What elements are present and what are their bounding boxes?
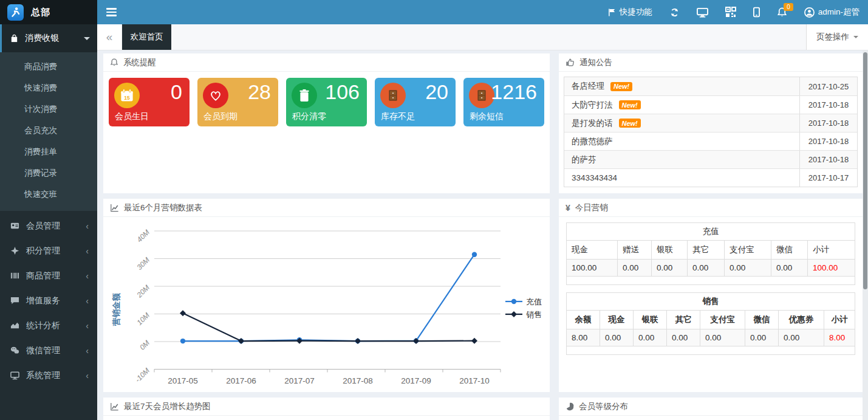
sidebar-item-cashier[interactable]: 消费收银 [0,24,97,52]
refresh-button[interactable] [661,0,688,24]
stat-label: 会员生日 [115,111,149,122]
marketing-chart: -10M0M10M20M30M40M2017-052017-062017-072… [103,217,550,392]
legend-item: 充值 [505,297,542,306]
chevron-left-icon: ‹ [86,271,89,281]
sidebar-item-goods[interactable]: 商品管理 ‹ [0,263,97,288]
notice-row[interactable]: 是打发的话New! 2017-10-18 [564,114,857,132]
double-chevron-left-icon: « [106,30,113,44]
cell-value: 0.00 [745,329,779,346]
submenu-item-count-consume[interactable]: 计次消费 [0,98,97,120]
marketing-chart-svg: -10M0M10M20M30M40M2017-052017-062017-072… [106,218,542,390]
submenu-item-member-recharge-times[interactable]: 会员充次 [0,120,97,141]
tab-operations-label: 页签操作 [816,32,849,43]
sidebar-item-points[interactable]: 积分管理 ‹ [0,238,97,263]
col-header: 微信 [745,311,779,329]
panel-header: 最近7天会员增长趋势图 [103,398,550,416]
cell-value: 0.00 [667,329,700,346]
notice-row[interactable]: 各店经理New! 2017-10-25 [564,77,857,95]
desktop-icon [10,371,19,380]
app-logo[interactable]: 总部 [0,0,97,24]
stat-label: 积分清零 [292,111,326,122]
submenu-item-consume-records[interactable]: 消费记录 [0,162,97,184]
panel-marketing-chart: 最近6个月营销数据表 -10M0M10M20M30M40M2017-052017… [103,199,550,392]
sidebar-item-statistics[interactable]: 统计分析 ‹ [0,313,97,338]
chevron-down-icon [853,36,858,38]
notice-list: 各店经理New! 2017-10-25 大防守打法New! 2017-10-18… [564,77,858,187]
tab-welcome-home[interactable]: 欢迎首页 [122,24,171,50]
chevron-left-icon: ‹ [86,296,89,306]
line-chart-icon [110,204,119,212]
sidebar-item-system[interactable]: 系统管理 ‹ [0,363,97,388]
mobile-button[interactable] [745,0,768,24]
sidebar-item-value-added[interactable]: 增值服务 ‹ [0,288,97,313]
svg-text:15: 15 [124,95,130,101]
monitor-button[interactable] [688,0,717,24]
cell-value: 100.00 [567,260,618,276]
menu-label: 统计分析 [26,320,60,331]
chevron-down-icon [84,37,90,40]
notice-row[interactable]: 的撒范德萨 2017-10-18 [564,132,857,150]
stat-value: 20 [425,80,448,104]
submenu-item-pending-orders[interactable]: 消费挂单 [0,141,97,162]
pie-chart-icon [566,402,574,411]
sidebar-item-wechat[interactable]: 微信管理 ‹ [0,338,97,363]
submenu-item-quick-consume[interactable]: 快速消费 [0,77,97,98]
mobile-icon [753,7,760,18]
svg-text:-10M: -10M [134,367,151,384]
chevron-left-icon: ‹ [86,246,89,256]
notice-row[interactable]: 的萨芬 2017-10-18 [564,150,857,168]
cell-value: 0.00 [618,260,652,276]
cell-value: 0.00 [600,329,634,346]
user-menu[interactable]: admin-超管 [796,0,868,24]
col-header: 其它 [688,241,725,259]
panel-member-growth: 最近7天会员增长趋势图 [103,398,550,420]
svg-text:2017-10: 2017-10 [459,376,490,385]
tab-operations-dropdown[interactable]: 页签操作 [806,24,868,50]
notification-count-badge: 0 [784,3,793,11]
notice-date: 2017-10-17 [799,169,857,187]
heart-icon [203,83,228,108]
stat-card-low-stock[interactable]: 20 库存不足 [375,78,456,126]
panel-title: 最近6个月营销数据表 [124,202,202,213]
id-card-icon [10,221,19,230]
submenu-item-quick-shift[interactable]: 快速交班 [0,184,97,205]
stat-card-points-reset[interactable]: 106 积分清零 [286,78,367,126]
stat-card-member-birthday[interactable]: 15 0 会员生日 [109,78,190,126]
panel-system-reminder: 系统提醒 15 0 会员生日 28 会员到期 [103,53,550,193]
tabs-scroll-left-button[interactable]: « [97,24,122,50]
hamburger-icon [106,6,117,18]
stat-card-member-expiry[interactable]: 28 会员到期 [197,78,278,126]
table-caption: 销售 [567,293,855,311]
chevron-left-icon: ‹ [86,371,89,380]
trash-icon [292,83,317,108]
col-header: 支付宝 [725,241,771,259]
menu-label: 增值服务 [26,295,60,306]
notice-row[interactable]: 大防守打法New! 2017-10-18 [564,95,857,114]
panel-today-marketing: ¥ 今日营销 充值 现金 赠送 银联 其它 支付宝 微信 小计 100.00 0… [559,199,863,392]
notifications-button[interactable]: 0 [768,0,796,24]
cell-value: 0.00 [634,329,667,346]
svg-text:充值: 充值 [526,297,542,306]
sidebar-toggle-button[interactable] [97,0,125,24]
quick-functions-button[interactable]: 快捷功能 [600,0,661,24]
recharge-table: 充值 现金 赠送 银联 其它 支付宝 微信 小计 100.00 0.00 0.0… [566,222,855,285]
scrollbar-thumb[interactable] [863,52,867,289]
panel-member-levels: 会员等级分布 [559,398,863,420]
sidebar-item-members[interactable]: 会员管理 ‹ [0,213,97,238]
cell-value: 0.00 [771,260,808,276]
cell-subtotal: 100.00 [808,260,855,276]
qrcode-button[interactable] [717,0,745,24]
svg-text:销售: 销售 [526,310,542,319]
svg-text:20M: 20M [135,283,151,300]
page-scrollbar [863,50,868,420]
cell-value: 0.00 [725,260,771,276]
notice-row[interactable]: 3343343434 2017-10-17 [564,168,857,187]
notice-text: 是打发的话 [572,118,613,129]
wechat-icon [10,346,19,355]
stat-card-sms-remaining[interactable]: 1216 剩余短信 [463,78,544,126]
submenu-item-goods-consume[interactable]: 商品消费 [0,56,97,77]
new-badge: New! [619,119,641,128]
panel-header: 通知公告 [559,53,863,72]
menu-label: 商品管理 [26,270,60,281]
notice-date: 2017-10-25 [799,77,857,95]
